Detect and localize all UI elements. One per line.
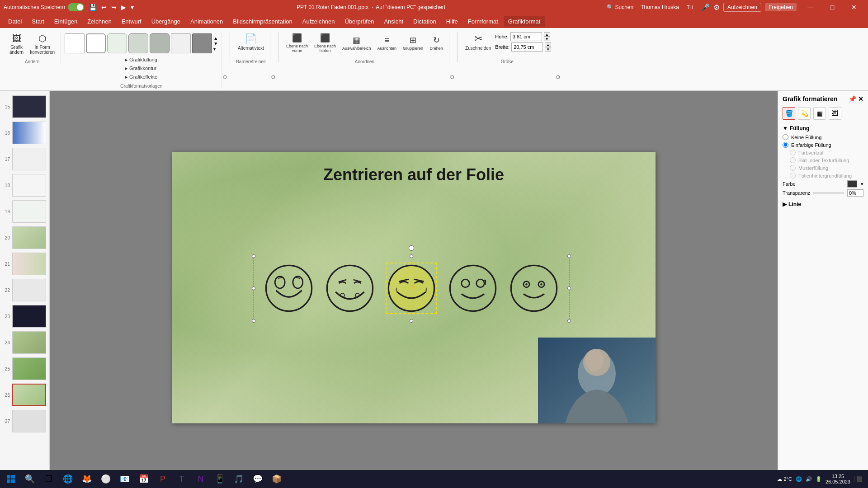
transparenz-input[interactable] [847, 189, 863, 197]
slide-thumb-22[interactable]: 22 [2, 278, 47, 302]
panel-close-icon[interactable]: ✕ [858, 95, 863, 103]
breite-down[interactable]: ▼ [545, 47, 551, 52]
save-icon[interactable]: 💾 [88, 3, 98, 12]
style-more[interactable]: ▾ [213, 47, 218, 52]
breite-input[interactable] [511, 42, 543, 52]
share-btn[interactable]: Freigeben [765, 3, 797, 11]
slide-thumb-20[interactable]: 20 [2, 225, 47, 250]
search-bar[interactable]: 🔍 Suchen [607, 4, 633, 10]
dictation-icon[interactable]: 🎤 [701, 3, 710, 12]
taskbar-app-extra4[interactable]: 📦 [268, 471, 286, 487]
start-button[interactable] [2, 471, 20, 487]
menu-start[interactable]: Start [27, 16, 48, 27]
emoji-4-warmsmile[interactable] [448, 263, 498, 313]
shape-preset-3[interactable] [107, 33, 127, 53]
anordnen-expand[interactable]: ⬡ [449, 74, 455, 80]
style-up[interactable]: ▲ [213, 36, 218, 41]
taskbar-powerpoint[interactable]: P [154, 471, 172, 487]
panel-fill-icon[interactable]: 🪣 [783, 107, 795, 120]
shape-preset-2[interactable] [86, 33, 106, 53]
slide-thumb-23[interactable]: 23 [2, 304, 47, 328]
panel-image-icon[interactable]: 🖼 [829, 107, 841, 120]
slide-thumb-16[interactable]: 16 [2, 121, 47, 145]
menu-uebergaenge[interactable]: Übergänge [147, 16, 185, 27]
gruppieren-button[interactable]: ⊞ Gruppieren [401, 34, 425, 52]
hoehe-input[interactable] [510, 32, 542, 41]
farbe-dropdown-icon[interactable]: ▾ [861, 181, 863, 187]
slide-thumb-27[interactable]: 27 [2, 409, 47, 433]
menu-grafikformat[interactable]: Grafikformat [504, 16, 545, 27]
slide-thumb-18[interactable]: 18 [2, 173, 47, 197]
shape-preset-7[interactable] [192, 33, 212, 53]
taskbar-mail[interactable]: 📧 [116, 471, 134, 487]
grafikkontur-btn[interactable]: ▸ Grafikkontur [123, 65, 160, 72]
present-icon[interactable]: ▶ [120, 3, 127, 12]
emoji-2-rofl[interactable] [325, 263, 375, 313]
groesse-expand[interactable]: ⬡ [555, 74, 561, 80]
rotate-handle[interactable] [409, 245, 414, 251]
taskbar-search[interactable]: 🔍 [21, 471, 39, 487]
record-btn[interactable]: Aufzeichnen [723, 3, 761, 12]
menu-aufzeichnen[interactable]: Aufzeichnen [298, 16, 340, 27]
slide-thumb-15[interactable]: 15 [2, 94, 47, 119]
styles-expand-btn[interactable]: ⬡ [222, 74, 228, 80]
systray-volume[interactable]: 🔊 [806, 476, 812, 482]
menu-ansicht[interactable]: Ansicht [379, 16, 408, 27]
bild-textur-radio[interactable] [790, 157, 796, 163]
hoehe-up[interactable]: ▲ [544, 32, 550, 37]
menu-bildschirm[interactable]: Bildschirmpräsentation [228, 16, 297, 27]
menu-entwurf[interactable]: Entwurf [117, 16, 146, 27]
menu-dictation[interactable]: Dictation [409, 16, 441, 27]
taskbar-outlook[interactable]: 📅 [135, 471, 153, 487]
autosave-toggle[interactable] [68, 3, 84, 11]
minimize-button[interactable]: — [800, 0, 821, 14]
slide-thumb-17[interactable]: 17 [2, 147, 47, 171]
taskbar-teams[interactable]: T [173, 471, 191, 487]
taskbar-chrome[interactable]: ⚪ [97, 471, 115, 487]
panel-effects-icon[interactable]: 💫 [798, 107, 811, 120]
einfarbige-fuellung-radio[interactable] [783, 142, 788, 148]
taskbar-app-extra3[interactable]: 💬 [249, 471, 267, 487]
menu-einfuegen[interactable]: Einfügen [50, 16, 82, 27]
style-down[interactable]: ▼ [213, 41, 218, 46]
menu-formformat[interactable]: Formformat [463, 16, 503, 27]
panel-pin-icon[interactable]: 📌 [849, 95, 856, 103]
ebene-hinten-button[interactable]: ⬛ Ebene nachhinten [312, 32, 338, 54]
menu-animationen[interactable]: Animationen [186, 16, 227, 27]
drehen-button[interactable]: ↻ Drehen [427, 34, 445, 52]
handle-bot-right[interactable] [567, 319, 571, 323]
slide-thumb-26[interactable]: 26 [2, 383, 47, 407]
taskbar-app-extra1[interactable]: 📱 [211, 471, 229, 487]
show-desktop-btn[interactable]: ⬛ [854, 476, 863, 482]
linie-title[interactable]: ▶ Linie [783, 201, 863, 207]
maximize-button[interactable]: □ [822, 0, 843, 14]
emoji-3-tears[interactable]: ✋ [387, 263, 436, 313]
keine-fuellung-radio[interactable] [783, 134, 788, 140]
handle-top-right[interactable] [567, 254, 571, 258]
emoji-group[interactable]: ✋ [253, 256, 570, 321]
menu-hilfe[interactable]: Hilfe [442, 16, 462, 27]
barrierefreiheit-expand[interactable]: ⬡ [270, 74, 276, 80]
grafik-aendern-button[interactable]: 🖼 Grafikändern [7, 32, 26, 56]
alternativtext-button[interactable]: 📄 Alternativtext [236, 32, 266, 52]
shape-preset-6[interactable] [171, 33, 191, 53]
taskbar-onenote[interactable]: N [192, 471, 210, 487]
breite-up[interactable]: ▲ [545, 42, 551, 47]
slide-thumb-21[interactable]: 21 [2, 252, 47, 276]
taskbar-taskview[interactable]: ❐ [40, 471, 58, 487]
systray-network[interactable]: 🌐 [796, 476, 802, 482]
handle-top-mid[interactable] [410, 254, 413, 258]
more-icon[interactable]: ▾ [129, 3, 135, 12]
farbe-swatch[interactable] [847, 180, 857, 188]
menu-ueberpruefen[interactable]: Überprüfen [340, 16, 378, 27]
in-form-button[interactable]: ⬡ In Formkonvertieren [28, 32, 57, 56]
close-button[interactable]: ✕ [844, 0, 864, 14]
undo-icon[interactable]: ↩ [100, 3, 108, 12]
ebene-vorne-button[interactable]: ⬛ Ebene nachvorne [284, 32, 310, 54]
slide-thumb-25[interactable]: 25 [2, 357, 47, 381]
settings-icon[interactable]: ⚙ [713, 3, 720, 12]
slide-thumb-19[interactable]: 19 [2, 199, 47, 224]
handle-bot-left[interactable] [252, 319, 255, 323]
menu-datei[interactable]: Datei [4, 16, 26, 27]
handle-mid-right[interactable] [567, 286, 571, 290]
